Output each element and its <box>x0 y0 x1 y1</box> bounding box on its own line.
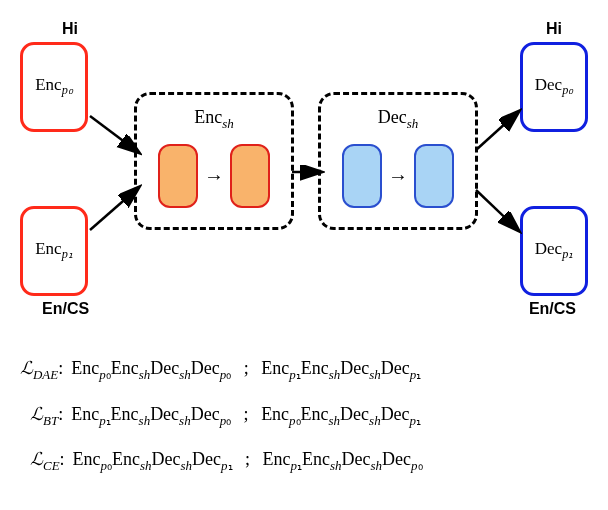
eq-ce-lhs: Encp₀EncshDecshDecp₁ <box>73 441 233 479</box>
eq-ce: ℒCE: Encp₀EncshDecshDecp₁ ; Encp₁EncshDe… <box>30 441 588 479</box>
eq-ce-rhs: Encp₁EncshDecshDecp₀ <box>263 441 423 479</box>
loss-equations: ℒDAE: Encp₀EncshDecshDecp₀ ; Encp₁EncshD… <box>20 350 588 479</box>
eq-dae-rhs: Encp₁EncshDecshDecp₁ <box>261 350 421 388</box>
architecture-diagram: Hi Hi En/CS En/CS Encp₀ Encp₁ Decp₀ Decp… <box>20 20 588 320</box>
edges-svg <box>20 20 588 320</box>
eq-dae: ℒDAE: Encp₀EncshDecshDecp₀ ; Encp₁EncshD… <box>20 350 588 388</box>
svg-line-1 <box>90 188 138 230</box>
eq-bt-rhs: Encp₀EncshDecshDecp₁ <box>261 396 421 434</box>
svg-line-3 <box>476 112 518 150</box>
eq-bt-lhs: Encp₁EncshDecshDecp₀ <box>71 396 231 434</box>
svg-line-0 <box>90 116 138 152</box>
eq-dae-lhs: Encp₀EncshDecshDecp₀ <box>71 350 231 388</box>
svg-line-4 <box>476 190 518 230</box>
eq-bt: ℒBT: Encp₁EncshDecshDecp₀ ; Encp₀EncshDe… <box>30 396 588 434</box>
